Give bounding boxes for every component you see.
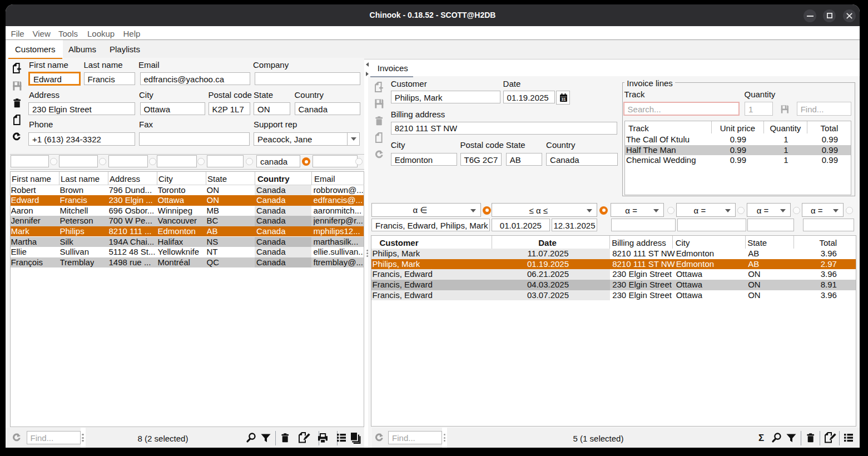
svg-text:31: 31 [561, 97, 566, 101]
